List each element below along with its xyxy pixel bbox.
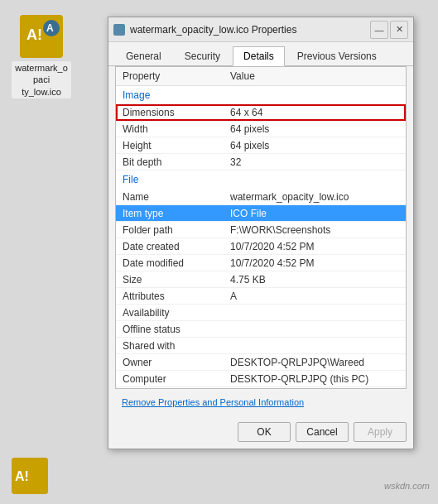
remove-properties-link[interactable]: Remove Properties and Personal Informati… xyxy=(115,392,407,412)
cancel-button[interactable]: Cancel xyxy=(296,422,349,442)
table-row: Computer DESKTOP-QRLPJPQ (this PC) xyxy=(116,371,406,387)
prop-val-datemodified: 10/7/2020 4:52 PM xyxy=(230,257,399,269)
tabs-bar: General Security Details Previous Versio… xyxy=(108,42,413,66)
prop-val-itemtype: ICO File xyxy=(230,208,399,219)
apply-button[interactable]: Apply xyxy=(354,422,407,442)
prop-name-datecreated: Date created xyxy=(123,241,230,252)
tab-security[interactable]: Security xyxy=(174,46,231,66)
prop-val-computer: DESKTOP-QRLPJPQ (this PC) xyxy=(230,373,399,385)
appuals-svg-icon: A! A xyxy=(20,15,63,58)
table-row: Offline status xyxy=(116,321,406,338)
table-row: Dimensions 64 x 64 xyxy=(116,104,406,121)
svg-text:A!: A! xyxy=(26,26,42,43)
prop-name-width: Width xyxy=(123,123,230,135)
prop-name-datemodified: Date modified xyxy=(123,257,230,269)
title-bar: watermark_opacity_low.ico Properties — ✕ xyxy=(108,17,413,42)
col-value: Value xyxy=(230,70,399,82)
dialog-footer: OK Cancel Apply xyxy=(108,415,413,449)
table-row: Folder path F:\WORK\Screenshots xyxy=(116,222,406,238)
prop-name-height: Height xyxy=(123,140,230,151)
tab-details[interactable]: Details xyxy=(233,46,285,66)
table-row: Width 64 pixels xyxy=(116,121,406,137)
table-row: Shared with xyxy=(116,338,406,354)
prop-name-bitdepth: Bit depth xyxy=(123,156,230,168)
prop-name-computer: Computer xyxy=(123,373,230,385)
tab-general[interactable]: General xyxy=(115,46,172,66)
table-row: Item type ICO File xyxy=(116,205,406,222)
desktop-file-icon[interactable]: A! A watermark_opaci ty_low.ico xyxy=(12,15,71,98)
desktop: A! A watermark_opaci ty_low.ico watermar… xyxy=(0,0,438,504)
prop-name-availability: Availability xyxy=(123,307,230,319)
table-row: Date created 10/7/2020 4:52 PM xyxy=(116,238,406,255)
bottom-icon-svg: A! xyxy=(12,458,48,494)
table-row: Bit depth 32 xyxy=(116,154,406,170)
bottom-appuals-icon: A! xyxy=(12,458,48,494)
tab-previous-versions[interactable]: Previous Versions xyxy=(286,46,387,66)
prop-val-datecreated: 10/7/2020 4:52 PM xyxy=(230,241,399,252)
prop-name-itemtype: Item type xyxy=(123,208,230,219)
prop-name-offlinestatus: Offline status xyxy=(123,324,230,335)
svg-text:A: A xyxy=(46,22,54,34)
desktop-icon-label: watermark_opaci ty_low.ico xyxy=(12,61,71,98)
prop-val-dimensions: 64 x 64 xyxy=(230,107,399,118)
file-icon-image: A! A xyxy=(20,15,63,58)
prop-name-folderpath: Folder path xyxy=(123,224,230,236)
table-row: Size 4.75 KB xyxy=(116,271,406,288)
section-file: File xyxy=(116,170,406,189)
prop-val-bitdepth: 32 xyxy=(230,156,399,168)
ok-button[interactable]: OK xyxy=(238,422,291,442)
title-bar-icon xyxy=(113,24,125,36)
prop-val-owner: DESKTOP-QRLPJPQ\Wareed xyxy=(230,357,399,368)
title-bar-controls: — ✕ xyxy=(370,21,408,39)
dialog-title: watermark_opacity_low.ico Properties xyxy=(130,24,370,36)
prop-val-attributes: A xyxy=(230,290,399,302)
prop-val-folderpath: F:\WORK\Screenshots xyxy=(230,224,399,236)
properties-content[interactable]: Property Value Image Dimensions 64 x 64 … xyxy=(115,66,407,389)
table-row: Availability xyxy=(116,305,406,321)
watermark-label: wskdn.com xyxy=(384,481,430,491)
table-row: Date modified 10/7/2020 4:52 PM xyxy=(116,255,406,271)
table-row: Owner DESKTOP-QRLPJPQ\Wareed xyxy=(116,354,406,371)
prop-name-dimensions: Dimensions xyxy=(123,107,230,118)
table-row: Attributes A xyxy=(116,288,406,305)
col-property: Property xyxy=(123,70,230,82)
prop-name-attributes: Attributes xyxy=(123,290,230,302)
table-header: Property Value xyxy=(116,67,406,86)
prop-name-sharedwith: Shared with xyxy=(123,340,230,352)
svg-text:A!: A! xyxy=(15,469,29,483)
minimize-button[interactable]: — xyxy=(370,21,388,39)
properties-dialog: watermark_opacity_low.ico Properties — ✕… xyxy=(108,17,414,449)
prop-val-name: watermark_opacity_low.ico xyxy=(230,191,399,203)
prop-name-owner: Owner xyxy=(123,357,230,368)
prop-name-size: Size xyxy=(123,274,230,286)
prop-val-size: 4.75 KB xyxy=(230,274,399,286)
section-image: Image xyxy=(116,86,406,104)
prop-name-name: Name xyxy=(123,191,230,203)
prop-val-height: 64 pixels xyxy=(230,140,399,151)
prop-val-width: 64 pixels xyxy=(230,123,399,135)
table-row: Height 64 pixels xyxy=(116,137,406,154)
table-row: Name watermark_opacity_low.ico xyxy=(116,189,406,205)
close-button[interactable]: ✕ xyxy=(390,21,408,39)
